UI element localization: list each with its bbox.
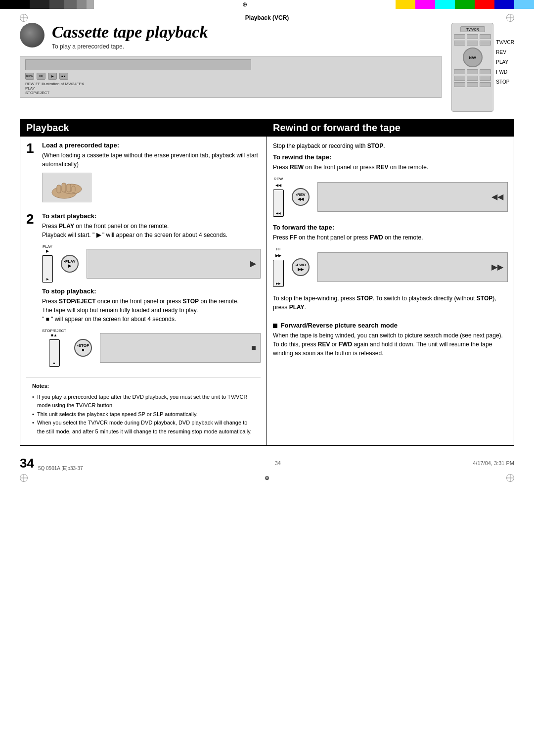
- stop-line3: " ■ " will appear on the screen for abou…: [42, 315, 261, 324]
- page-footer: 34 5Q 0501A [E]p33-37 34 4/17/04, 3:31 P…: [20, 456, 514, 471]
- center-crosshair: ⊕: [265, 474, 269, 481]
- stop-substep: To stop playback: Press STOP/EJECT once …: [42, 287, 261, 367]
- vcr-illustration: REW FF ▶ ■▲ REW FF Illustration of MW24F…: [20, 56, 442, 98]
- step-1-number: 1: [26, 142, 38, 155]
- stop-screen-symbol: ■: [251, 343, 256, 352]
- rewind-title: To rewind the tape:: [273, 153, 508, 161]
- step-1: 1 Load a prerecorded tape: (When loading…: [26, 142, 261, 206]
- title-icon: [20, 23, 44, 47]
- r-btn-11: [467, 76, 478, 81]
- play-btn-illus: PLAY▶ ▶: [42, 244, 53, 283]
- footer-center: 34: [275, 460, 281, 466]
- reg-marks-top: Playback (VCR): [20, 14, 514, 22]
- stop-circle-btn: •STOP■: [74, 339, 92, 357]
- notes-section: Notes: If you play a prerecorded tape af…: [26, 378, 261, 440]
- r-btn-8: [467, 69, 478, 74]
- r-btn-4: [454, 41, 465, 46]
- stop-btn-top-label: STOP/EJECT■▲: [42, 329, 66, 337]
- note-1: If you play a prerecorded tape after the…: [32, 393, 255, 410]
- right-section-header: Rewind or forward the tape: [267, 119, 514, 137]
- page-number: 34: [20, 456, 34, 471]
- footer-code: 5Q 0501A [E]p33-37: [38, 466, 83, 471]
- r-btn-14: [467, 82, 478, 87]
- left-column: Playback 1 Load a prerecorded tape: (Whe…: [20, 119, 267, 445]
- play-circle-btn: •PLAY▶: [61, 255, 79, 273]
- stop-stick-btn: ■: [49, 339, 60, 367]
- rew-btn: REW: [25, 73, 34, 80]
- forward-text: Press FF on the front panel or press FWD…: [273, 233, 508, 242]
- hands-svg: [47, 175, 87, 200]
- title-section: Cassette tape playback To play a prereco…: [20, 23, 442, 98]
- hands-illustration: [42, 173, 91, 202]
- left-section-header: Playback: [20, 119, 267, 137]
- play-illus-row: PLAY▶ ▶ •PLAY▶ ▶: [42, 244, 261, 283]
- r-btn-9: [480, 69, 491, 74]
- ff-label-top: FF: [276, 247, 281, 251]
- ff-stick: ▶▶: [273, 260, 284, 287]
- step-2-title: To start playback:: [42, 212, 261, 220]
- r-btn-10: [454, 76, 465, 81]
- forward-title: To forward the tape:: [273, 224, 508, 231]
- r-btn-6: [480, 41, 491, 46]
- step-1-text: (When loading a cassette tape without th…: [42, 151, 261, 169]
- r-btn-12: [480, 76, 491, 81]
- rewind-step: To rewind the tape: Press REW on the fro…: [273, 153, 508, 217]
- title-text-block: Cassette tape playback To play a prereco…: [52, 23, 442, 50]
- step-2-line2: Playback will start. " ▶ " will appear o…: [42, 231, 261, 239]
- reg-mark-br: [506, 474, 514, 482]
- breadcrumb: Playback (VCR): [245, 14, 289, 21]
- remote-nav-circle: NAV: [463, 47, 483, 67]
- svg-rect-4: [67, 184, 71, 192]
- footer-left: 34 5Q 0501A [E]p33-37: [20, 456, 83, 471]
- play-btn-top-label: PLAY▶: [43, 244, 52, 253]
- r-btn-7: [454, 69, 465, 74]
- r-btn-3: [480, 34, 491, 39]
- forward-step: To forward the tape: Press FF on the fro…: [273, 224, 508, 287]
- footer-right: 4/17/04, 3:31 PM: [473, 460, 514, 466]
- step-2: 2 To start playback: Press PLAY on the f…: [26, 212, 261, 372]
- square-icon: [273, 324, 277, 328]
- forward-screen: ▶▶: [317, 252, 508, 282]
- note-2: This unit selects the playback tape spee…: [32, 410, 255, 419]
- rewind-screen-symbol: ◀◀: [491, 192, 503, 201]
- reg-mark-tl: [20, 14, 28, 22]
- step-1-content: Load a prerecorded tape: (When loading a…: [42, 142, 261, 206]
- stop-screen: ■: [100, 333, 261, 363]
- vcr-controls: REW FF ▶ ■▲: [25, 73, 68, 80]
- play-screen: ▶: [87, 249, 261, 279]
- svg-rect-2: [57, 185, 61, 193]
- r-btn-1: [454, 34, 465, 39]
- remote-top-btn: TV/VCR: [460, 26, 485, 32]
- fw-rev-text: When the tape is being winded, you can s…: [273, 331, 508, 358]
- ff-btn-illus: FF ▶▶ ▶▶: [273, 247, 284, 287]
- right-column: Rewind or forward the tape Stop the play…: [267, 119, 514, 445]
- rewind-illus-row: REW ◀◀ ◀◀ •REV◀◀ ◀◀: [273, 177, 508, 217]
- fw-rev-title: Forward/Reverse picture search mode: [273, 322, 508, 329]
- stop-line1: Press STOP/EJECT once on the front panel…: [42, 297, 261, 306]
- page-title: Cassette tape playback: [52, 23, 442, 41]
- fw-rev-section: Forward/Reverse picture search mode When…: [273, 318, 508, 358]
- right-section-body: Stop the playback or recording with STOP…: [267, 137, 514, 363]
- step-1-title: Load a prerecorded tape:: [42, 142, 261, 149]
- remote-labels: TV/VCR REV PLAY FWD STOP: [496, 23, 514, 87]
- rew-label-top: REW: [274, 177, 283, 181]
- play-screen-symbol: ▶: [250, 259, 256, 268]
- stop-btn-vcr: ■▲: [59, 73, 68, 80]
- note-3: When you select the TV/VCR mode during D…: [32, 419, 255, 436]
- r-btn-2: [467, 34, 478, 39]
- vcr-caption: REW FF Illustration of MW24FPX PLAY STOP…: [25, 82, 84, 95]
- page-subtitle: To play a prerecorded tape.: [52, 43, 442, 50]
- forward-illus-row: FF ▶▶ ▶▶ •FWD▶▶ ▶▶: [273, 247, 508, 287]
- stop-title: To stop playback:: [42, 287, 261, 295]
- forward-screen-symbol: ▶▶: [491, 262, 503, 272]
- remote-section: TV/VCR NAV: [451, 23, 514, 112]
- rew-stick: ◀◀: [273, 189, 284, 217]
- color-bar-top: ⊕: [0, 0, 534, 9]
- top-area: Cassette tape playback To play a prereco…: [20, 23, 514, 112]
- r-btn-15: [480, 82, 491, 87]
- rew-btn-illus: REW ◀◀ ◀◀: [273, 177, 284, 217]
- svg-rect-3: [62, 183, 66, 192]
- stop-btn-illus: STOP/EJECT■▲ ■: [42, 329, 66, 367]
- ff-btn: FF: [37, 73, 45, 80]
- r-btn-5: [467, 41, 478, 46]
